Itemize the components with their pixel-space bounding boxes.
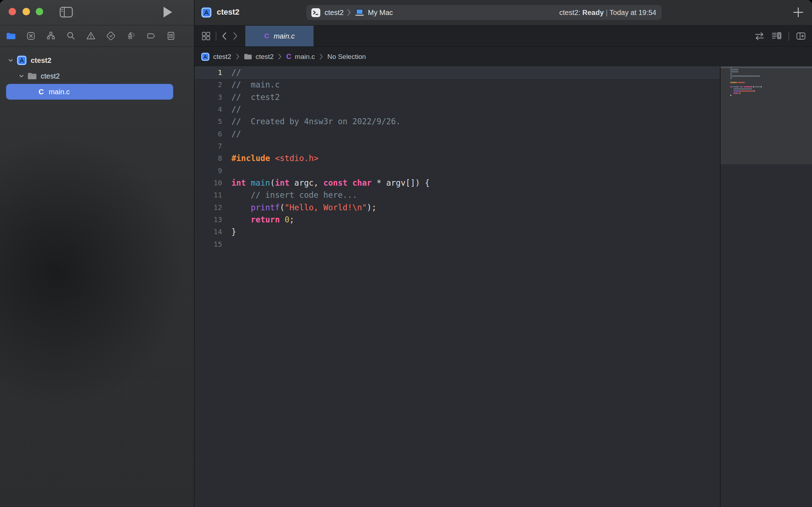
minimap-line-7 [730, 80, 810, 81]
minimap-line-4 [730, 73, 810, 75]
adjust-editor-options-icon[interactable] [771, 31, 782, 41]
minimap-line-1 [730, 67, 810, 68]
navigator-tab-strip [0, 25, 194, 47]
scheme-destination[interactable]: My Mac [368, 9, 393, 17]
line-number: 10 [195, 177, 222, 189]
report-navigator-icon[interactable] [166, 31, 176, 41]
minimap-line-9 [730, 84, 810, 85]
jumpbar-item-file[interactable]: main.c [295, 53, 315, 61]
code-line-9[interactable]: 9 [195, 165, 720, 177]
code-line-8[interactable]: 8#include <stdio.h> [195, 152, 720, 164]
tree-item-label: main.c [49, 88, 70, 96]
code-line-12[interactable]: 12 printf("Hello, World!\n"); [195, 201, 720, 214]
chevron-down-icon[interactable] [8, 57, 14, 63]
window-title: ctest2 [217, 7, 240, 17]
test-navigator-icon[interactable] [106, 31, 116, 41]
c-file-badge: C [264, 32, 269, 40]
status-time: Today at 19:54 [610, 9, 656, 16]
project-navigator-icon[interactable] [6, 31, 16, 41]
code-text: // [222, 66, 241, 79]
tree-item-group-ctest2[interactable]: ctest2 [0, 68, 194, 84]
code-text: #include <stdio.h> [222, 152, 319, 164]
minimap[interactable] [720, 66, 812, 507]
tab-nav-controls [201, 31, 239, 41]
issue-navigator-icon[interactable] [86, 31, 96, 41]
code-text: printf("Hello, World!\n"); [222, 201, 376, 214]
app-project-icon [17, 55, 27, 65]
minimap-line-10 [730, 86, 810, 87]
go-back-chevron-icon[interactable] [221, 32, 227, 40]
app-project-icon [201, 52, 210, 61]
symbol-navigator-icon[interactable] [46, 31, 56, 41]
code-line-15[interactable]: 15 [195, 238, 720, 250]
minimap-line-6 [730, 77, 810, 79]
minimize-window-button[interactable] [22, 8, 30, 15]
divider [216, 31, 216, 41]
line-number: 6 [195, 128, 222, 140]
my-mac-icon [355, 9, 365, 17]
minimap-viewport [721, 66, 812, 164]
add-editor-split-icon[interactable] [796, 31, 806, 41]
c-file-badge: C [39, 88, 44, 96]
divider [788, 31, 789, 41]
activity-status[interactable]: ctest2: Ready | Today at 19:54 [559, 9, 656, 17]
code-line-11[interactable]: 11 // insert code here... [195, 189, 720, 201]
run-button[interactable] [164, 7, 172, 17]
scheme-and-status-bar: ctest2 My Mac ctest2: Ready | Today at 1… [306, 5, 662, 20]
breakpoint-navigator-icon[interactable] [146, 31, 156, 41]
line-number: 15 [195, 238, 222, 250]
code-line-2[interactable]: 2// main.c [195, 79, 720, 91]
debug-navigator-icon[interactable] [126, 31, 136, 41]
code-text: // ctest2 [222, 91, 280, 103]
line-number: 12 [195, 201, 222, 214]
go-forward-chevron-icon[interactable] [232, 32, 239, 40]
minimap-line-8 [730, 82, 810, 83]
sidebar-toolbar [0, 0, 194, 25]
line-number: 2 [195, 79, 222, 91]
line-number: 4 [195, 103, 222, 115]
code-text [222, 165, 231, 177]
code-line-4[interactable]: 4// [195, 103, 720, 115]
zoom-window-button[interactable] [36, 8, 43, 15]
code-text: // Created by 4nsw3r on 2022/9/26. [222, 115, 401, 127]
tree-item-main-c-selected[interactable]: C main.c [6, 84, 173, 100]
project-file-tree: ctest2 ctest2 C main.c [0, 47, 194, 100]
code-pane[interactable]: 1//2// main.c3// ctest24//5// Created by… [195, 66, 720, 507]
code-line-14[interactable]: 14} [195, 226, 720, 238]
tab-bar: C main.c [195, 25, 812, 47]
folder-icon [27, 72, 37, 80]
code-line-7[interactable]: 7 [195, 140, 720, 152]
jumpbar-item-selection[interactable]: No Selection [327, 53, 366, 61]
code-line-6[interactable]: 6// [195, 128, 720, 140]
minimap-line-15 [730, 97, 810, 98]
jumpbar-item-group[interactable]: ctest2 [256, 53, 274, 61]
tree-item-project-ctest2[interactable]: ctest2 [0, 52, 194, 68]
toggle-sidebar-icon[interactable] [60, 7, 73, 17]
line-number: 1 [195, 66, 222, 79]
code-line-3[interactable]: 3// ctest2 [195, 91, 720, 103]
code-text: // insert code here... [222, 189, 357, 201]
line-number: 14 [195, 226, 222, 238]
tab-main-c[interactable]: C main.c [245, 26, 314, 46]
code-line-5[interactable]: 5// Created by 4nsw3r on 2022/9/26. [195, 115, 720, 127]
chevron-separator-icon [278, 54, 281, 60]
chevron-down-icon[interactable] [19, 73, 24, 79]
find-navigator-icon[interactable] [66, 31, 76, 41]
code-text: // [222, 103, 241, 115]
close-window-button[interactable] [9, 8, 16, 15]
related-items-grid-icon[interactable] [201, 31, 211, 41]
scheme-target[interactable]: ctest2 [325, 9, 344, 17]
code-line-13[interactable]: 13 return 0; [195, 214, 720, 226]
main-area: ctest2 ctest2 My Mac ctest2: Ready | Tod… [195, 0, 812, 507]
code-line-1[interactable]: 1// [195, 66, 720, 79]
line-number: 13 [195, 214, 222, 226]
code-review-arrows-icon[interactable] [754, 31, 765, 41]
line-number: 3 [195, 91, 222, 103]
chevron-separator-icon [236, 54, 239, 60]
code-text: int main(int argc, const char * argv[]) … [222, 177, 430, 189]
jumpbar-item-project[interactable]: ctest2 [213, 53, 231, 61]
source-control-navigator-icon[interactable] [26, 31, 36, 41]
code-line-10[interactable]: 10int main(int argc, const char * argv[]… [195, 177, 720, 189]
code-text [222, 140, 231, 152]
add-tab-plus-icon[interactable] [792, 6, 804, 18]
